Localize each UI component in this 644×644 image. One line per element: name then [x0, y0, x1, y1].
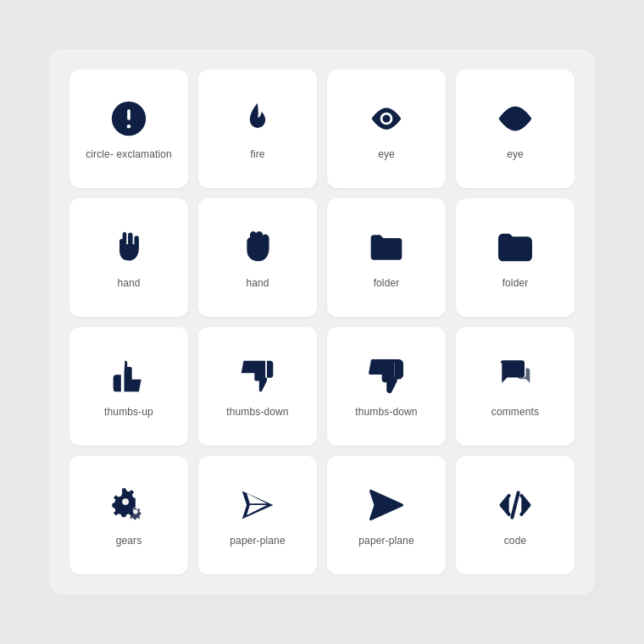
icon-label-gears: gears	[116, 535, 142, 547]
svg-rect-1	[127, 109, 130, 120]
icon-card-thumbs-up[interactable]: thumbs-up	[69, 327, 188, 446]
icon-card-thumbs-down-solid[interactable]: thumbs-down	[198, 327, 317, 446]
icon-card-hand-solid[interactable]: hand	[69, 198, 188, 317]
icon-label-hand-outline: hand	[246, 277, 269, 289]
svg-point-5	[122, 498, 129, 505]
icon-label-folder-outline: folder	[502, 277, 529, 289]
icon-grid: circle- exclamation fire eye eye hand ha…	[49, 49, 595, 595]
circle-exclamation-icon	[108, 97, 150, 140]
icon-label-eye-outline: eye	[507, 148, 524, 160]
icon-card-comments[interactable]: comments	[456, 327, 575, 446]
icon-card-eye-outline[interactable]: eye	[456, 69, 575, 188]
hand-outline-icon	[236, 226, 279, 269]
icon-label-thumbs-down-solid: thumbs-down	[226, 406, 288, 418]
icon-card-hand-outline[interactable]: hand	[198, 198, 317, 317]
fire-icon	[236, 97, 279, 140]
icon-label-thumbs-up: thumbs-up	[104, 406, 153, 418]
icon-card-paper-plane-solid[interactable]: paper-plane	[198, 456, 317, 575]
icon-label-code: code	[504, 535, 527, 547]
code-icon	[494, 484, 536, 526]
icon-label-eye-solid: eye	[378, 148, 395, 160]
thumbs-down-solid-icon	[236, 355, 279, 397]
icon-label-thumbs-down-outline: thumbs-down	[355, 406, 417, 418]
icon-label-fire: fire	[250, 148, 264, 160]
icon-label-paper-plane-outline: paper-plane	[358, 535, 414, 547]
icon-card-thumbs-down-outline[interactable]: thumbs-down	[327, 327, 446, 446]
paper-plane-outline-icon	[365, 484, 408, 526]
thumbs-down-outline-icon	[365, 355, 408, 397]
hand-solid-icon	[108, 226, 150, 269]
svg-point-3	[382, 114, 390, 122]
thumbs-up-icon	[108, 355, 150, 397]
gears-icon	[108, 484, 150, 526]
svg-point-6	[133, 509, 138, 514]
icon-label-hand-solid: hand	[117, 277, 140, 289]
eye-solid-icon	[365, 97, 408, 140]
icon-label-circle-exclamation: circle- exclamation	[86, 148, 172, 160]
icon-label-paper-plane-solid: paper-plane	[230, 535, 285, 547]
icon-card-code[interactable]: code	[456, 456, 575, 575]
svg-point-2	[127, 125, 130, 128]
icon-card-gears[interactable]: gears	[69, 456, 188, 575]
svg-point-4	[510, 114, 521, 125]
icon-card-folder-solid[interactable]: folder	[327, 198, 446, 317]
icon-label-comments: comments	[491, 406, 539, 418]
icon-card-fire[interactable]: fire	[198, 69, 317, 188]
paper-plane-solid-icon	[236, 484, 279, 526]
icon-card-eye-solid[interactable]: eye	[327, 69, 446, 188]
icon-card-paper-plane-outline[interactable]: paper-plane	[327, 456, 446, 575]
folder-outline-icon	[494, 226, 536, 269]
icon-label-folder-solid: folder	[374, 277, 400, 289]
icon-card-circle-exclamation[interactable]: circle- exclamation	[69, 69, 188, 188]
folder-solid-icon	[365, 226, 408, 269]
eye-outline-icon	[494, 97, 536, 140]
icon-card-folder-outline[interactable]: folder	[456, 198, 575, 317]
comments-icon	[494, 355, 536, 397]
